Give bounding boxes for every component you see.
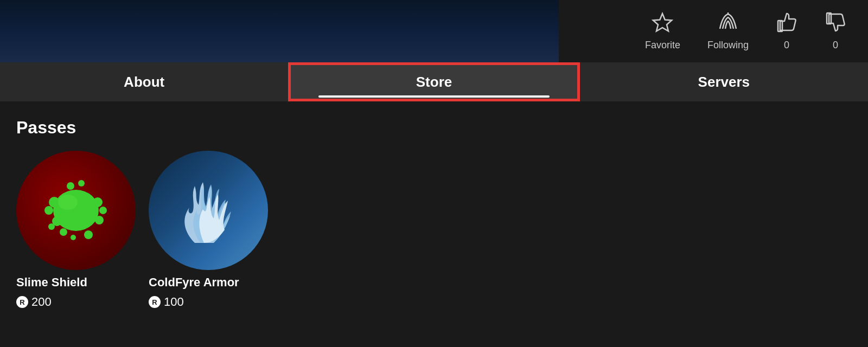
- passes-section-title: Passes: [16, 118, 852, 138]
- pass-coldfyre-armor[interactable]: ColdFyre Armor R 100: [149, 151, 268, 309]
- coldfyre-armor-thumbnail: [149, 151, 268, 270]
- svg-point-11: [99, 207, 107, 214]
- main-content: Passes: [0, 101, 868, 325]
- svg-point-16: [84, 230, 93, 239]
- thumbsup-button[interactable]: 0: [776, 11, 797, 51]
- passes-grid: Slime Shield R 200: [16, 151, 852, 309]
- svg-marker-0: [653, 14, 672, 31]
- thumbsdown-count: 0: [833, 40, 838, 51]
- svg-point-13: [67, 182, 74, 190]
- svg-point-17: [71, 235, 76, 240]
- tab-store[interactable]: Store: [288, 62, 579, 101]
- favorite-label: Favorite: [645, 40, 680, 51]
- slime-shield-price: R 200: [16, 295, 52, 309]
- top-actions: Favorite Following 0: [559, 0, 868, 62]
- pass-slime-shield[interactable]: Slime Shield R 200: [16, 151, 136, 309]
- following-button[interactable]: Following: [707, 11, 749, 51]
- following-icon: [717, 11, 739, 36]
- svg-point-9: [48, 223, 55, 230]
- svg-point-14: [78, 180, 85, 187]
- thumbsdown-button[interactable]: 0: [825, 11, 846, 51]
- coldfyre-armor-price: R 100: [149, 295, 184, 309]
- thumbsup-icon: [776, 11, 797, 36]
- thumbsup-count: 0: [784, 40, 789, 51]
- thumbsdown-icon: [825, 11, 846, 36]
- favorite-button[interactable]: Favorite: [645, 11, 680, 51]
- favorite-icon: [652, 11, 673, 36]
- tab-about[interactable]: About: [0, 62, 288, 101]
- following-label: Following: [707, 40, 749, 51]
- svg-point-7: [44, 206, 53, 215]
- robux-icon-coldfyre: R: [149, 296, 161, 308]
- tab-servers[interactable]: Servers: [580, 62, 868, 101]
- coldfyre-armor-name: ColdFyre Armor: [149, 275, 239, 290]
- tab-navigation: About Store Servers: [0, 62, 868, 101]
- svg-point-12: [95, 216, 104, 224]
- top-banner: [0, 0, 559, 62]
- svg-point-15: [60, 228, 67, 236]
- slime-shield-thumbnail: [16, 151, 136, 270]
- slime-shield-name: Slime Shield: [16, 275, 87, 290]
- svg-point-10: [93, 197, 103, 207]
- robux-icon-slime: R: [16, 296, 28, 308]
- svg-point-18: [58, 195, 78, 210]
